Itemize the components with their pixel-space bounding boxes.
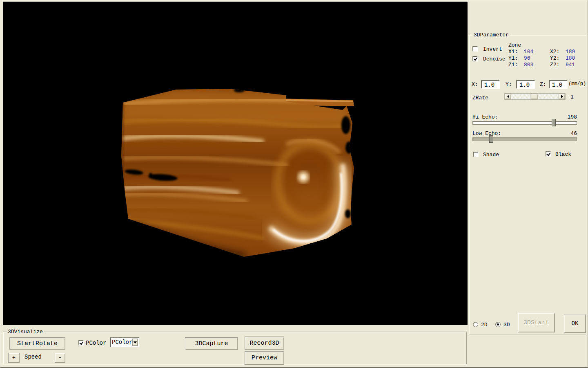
invert-label: Invert — [483, 46, 502, 52]
pcolor-select[interactable]: PColor — [110, 337, 139, 347]
zrate-value: 1 — [570, 94, 574, 100]
scale-y-input[interactable] — [516, 80, 535, 89]
left-triangle-icon — [507, 95, 509, 98]
down-triangle-icon — [134, 341, 137, 343]
visualize-panel-title: 3DVisualize — [7, 329, 44, 335]
hi-echo-track[interactable] — [472, 121, 577, 125]
black-label: Black — [555, 151, 571, 157]
zone-x2-value: 189 — [566, 49, 575, 55]
zone-x2-label: X2: — [550, 49, 566, 55]
low-echo-value: 46 — [559, 130, 577, 137]
hi-echo-value: 198 — [559, 114, 577, 120]
zone-x1-value: 104 — [524, 49, 550, 55]
volume-render — [3, 2, 468, 325]
speed-label: Speed — [24, 354, 42, 360]
scale-y-label: Y: — [506, 81, 512, 88]
zone-row-z: Z1: 803 Z2: 941 — [508, 62, 584, 68]
3dcapture-button[interactable]: 3DCapture — [185, 337, 238, 350]
zrate-label: ZRate — [472, 95, 488, 101]
pcolor-select-value: PColor — [110, 339, 132, 346]
hi-echo-label: Hi Echo: — [472, 114, 498, 120]
speed-plus-button[interactable]: + — [8, 353, 20, 363]
zrate-scrollbar[interactable] — [504, 93, 566, 100]
shade-label: Shade — [483, 152, 499, 158]
ok-button[interactable]: OK — [564, 314, 586, 333]
denoise-checkbox[interactable] — [472, 56, 478, 61]
scale-z-input[interactable] — [549, 80, 568, 89]
zone-x1-label: X1: — [508, 49, 524, 55]
app-window: 3DParameter Invert Denoise Zone X1: 104 … — [0, 0, 588, 368]
zone-z2-label: Z2: — [550, 62, 566, 68]
param-panel-title: 3DParameter — [472, 32, 510, 38]
mode-2d-radio[interactable] — [473, 322, 478, 327]
denoise-label: Denoise — [483, 56, 506, 62]
3d-viewport[interactable] — [3, 2, 468, 325]
low-echo-track[interactable] — [472, 137, 577, 141]
mode-3d-radio[interactable] — [495, 322, 501, 327]
zone-row-x: X1: 104 X2: 189 — [508, 49, 584, 55]
shade-checkbox[interactable] — [473, 152, 479, 157]
scale-x-label: X: — [472, 81, 478, 88]
pcolor-checkbox[interactable] — [78, 340, 84, 346]
zone-block: Zone X1: 104 X2: 189 Y1: 96 Y2: 180 Z1: … — [508, 42, 584, 68]
start-rotate-button[interactable]: StartRotate — [9, 337, 65, 350]
scale-x-input[interactable] — [481, 80, 500, 89]
mode-3d-label: 3D — [503, 322, 510, 328]
zone-y1-label: Y1: — [508, 55, 524, 62]
zone-z1-value: 803 — [524, 62, 550, 68]
param-panel: 3DParameter Invert Denoise Zone X1: 104 … — [469, 35, 586, 334]
black-checkbox[interactable] — [546, 151, 551, 157]
pcolor-select-arrow[interactable] — [132, 339, 138, 346]
scale-z-label: Z: — [540, 81, 546, 88]
invert-checkbox[interactable] — [472, 46, 478, 52]
zrate-right-arrow[interactable] — [559, 94, 565, 99]
zone-y2-value: 180 — [566, 55, 575, 62]
speed-minus-button[interactable]: - — [55, 353, 65, 363]
visualize-panel: 3DVisualize StartRotate PColor PColor 3D… — [3, 332, 467, 364]
low-echo-thumb[interactable] — [489, 135, 493, 143]
mode-2d-label: 2D — [481, 322, 488, 328]
scale-unit-label: (mm/p) — [568, 81, 586, 87]
low-echo-label: Low Echo: — [472, 130, 501, 137]
right-triangle-icon — [561, 95, 563, 98]
hi-echo-thumb[interactable] — [552, 119, 556, 126]
zone-z1-label: Z1: — [508, 62, 524, 68]
pcolor-label: PColor — [86, 340, 106, 346]
zone-y2-label: Y2: — [550, 55, 566, 62]
zrate-thumb[interactable] — [530, 94, 538, 99]
zone-label: Zone — [508, 42, 584, 49]
zrate-left-arrow[interactable] — [505, 94, 511, 99]
record3d-button[interactable]: Record3D — [245, 337, 284, 350]
preview-button[interactable]: Preview — [245, 351, 284, 365]
zone-z2-value: 941 — [566, 62, 575, 68]
3dstart-button[interactable]: 3DStart — [518, 313, 555, 332]
zone-row-y: Y1: 96 Y2: 180 — [508, 55, 584, 62]
zone-y1-value: 96 — [524, 55, 550, 62]
